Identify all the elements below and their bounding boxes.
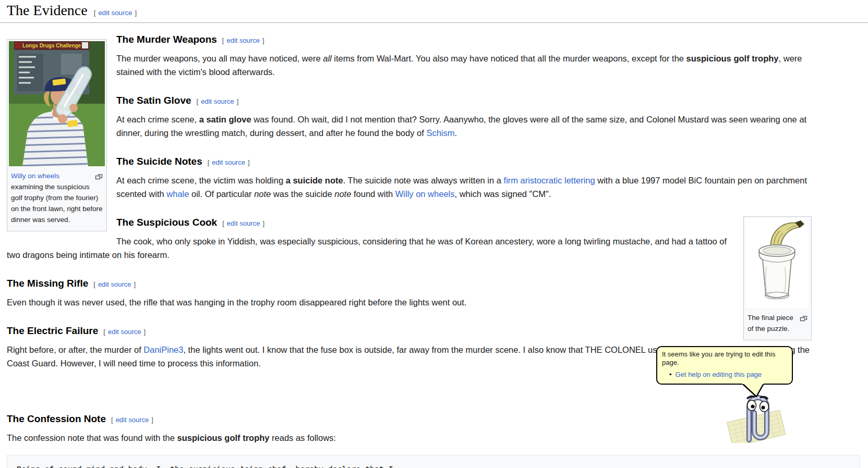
heading-text: The Murder Weapons bbox=[116, 34, 217, 45]
paragraph-confession-note: The confession note that was found with … bbox=[7, 431, 812, 445]
thumbnail-caption: The final piece of the puzzle. bbox=[745, 308, 810, 338]
text: The murder weapons, you all may have not… bbox=[116, 54, 323, 63]
bracket-close: ] bbox=[151, 416, 153, 424]
edit-section: [edit source] bbox=[103, 328, 146, 336]
speech-bubble-tail bbox=[741, 383, 766, 398]
heading-text: The Satin Glove bbox=[116, 95, 191, 106]
bracket-open: [ bbox=[111, 416, 113, 424]
text: reads as follows: bbox=[269, 433, 335, 442]
text: Even though it was never used, the rifle… bbox=[7, 298, 466, 307]
bracket-open: [ bbox=[208, 158, 210, 166]
bracket-close: ] bbox=[134, 280, 136, 288]
bullet: • bbox=[669, 371, 672, 378]
text: Right before, or after, the murder of bbox=[7, 345, 143, 354]
thumbnail-banana-cup: The final piece of the puzzle. bbox=[743, 216, 812, 340]
heading-text: The Suspicious Cook bbox=[116, 217, 217, 228]
section-heading-satin-glove: The Satin Glove[edit source] bbox=[7, 95, 812, 107]
text: , which was signed "CM". bbox=[455, 189, 551, 199]
link-danipine3[interactable]: DaniPine3 bbox=[143, 345, 183, 354]
edit-section: [edit source] bbox=[208, 158, 250, 166]
text-italic: all bbox=[323, 54, 332, 63]
get-help-link[interactable]: Get help on editing this page bbox=[676, 371, 762, 378]
link-willy-on-wheels[interactable]: Willy on wheels bbox=[395, 189, 455, 199]
paragraph-missing-rifle: Even though it was never used, the rifle… bbox=[7, 295, 812, 309]
expand-icon[interactable] bbox=[800, 314, 807, 325]
edit-source-link[interactable]: edit source bbox=[212, 158, 245, 166]
edit-source-link[interactable]: edit source bbox=[227, 219, 260, 227]
paragraph-murder-weapons: The murder weapons, you all may have not… bbox=[7, 52, 812, 79]
expand-icon[interactable] bbox=[95, 172, 103, 183]
bracket-close: ] bbox=[135, 9, 137, 17]
thumbnail-frame: Longs Drugs Challenge bbox=[7, 39, 107, 231]
heading-text: The Missing Rifle bbox=[7, 278, 88, 289]
text: The cook, who only spoke in Yiddish, was… bbox=[7, 237, 727, 260]
edit-source-link[interactable]: edit source bbox=[201, 97, 234, 105]
section-heading-murder-weapons: The Murder Weapons[edit source] bbox=[7, 34, 812, 46]
edit-source-link[interactable]: edit source bbox=[98, 9, 132, 17]
text: At each crime scene, bbox=[116, 115, 199, 124]
scoreboard-text: Longs Drugs Challenge bbox=[22, 43, 81, 48]
heading-text: The Electric Failure bbox=[7, 325, 98, 336]
section-heading-electric-failure: The Electric Failure[edit source] bbox=[7, 325, 812, 338]
bracket-open: [ bbox=[94, 9, 96, 17]
confession-note-pre: Being of sound mind and body, I, the sus… bbox=[7, 455, 860, 468]
bubble-list-item: •Get help on editing this page bbox=[662, 371, 787, 379]
edit-section: [edit source] bbox=[111, 416, 153, 424]
bracket-open: [ bbox=[222, 36, 224, 44]
bracket-open: [ bbox=[93, 280, 95, 288]
golfer-photo[interactable]: Longs Drugs Challenge bbox=[9, 41, 105, 166]
bracket-close: ] bbox=[262, 219, 264, 227]
text: was the suicide bbox=[271, 189, 334, 199]
link-whale[interactable]: whale bbox=[166, 189, 189, 199]
edit-section: [edit source] bbox=[222, 219, 264, 227]
page-title: The Evidence bbox=[7, 2, 88, 18]
page-title-text: The Evidence bbox=[7, 2, 88, 18]
thumbnail-caption: Willy on wheels examining the suspicious… bbox=[9, 166, 105, 229]
edit-source-link[interactable]: edit source bbox=[98, 280, 131, 288]
wiki-article-page: The Evidence[edit source] Longs Drugs Ch… bbox=[0, 0, 868, 468]
edit-section: [edit source] bbox=[94, 9, 137, 17]
bracket-close: ] bbox=[248, 158, 250, 166]
section-heading-confession-note: The Confession Note[edit source] bbox=[7, 413, 812, 426]
bracket-open: [ bbox=[197, 97, 199, 105]
clippy-speech-bubble: It seems like you are trying to edit thi… bbox=[656, 346, 793, 385]
text: . bbox=[454, 128, 457, 138]
caption-text: examining the suspicious golf trophy (fr… bbox=[11, 183, 103, 224]
text-bold: a satin glove bbox=[199, 115, 251, 124]
text: found with bbox=[351, 189, 395, 199]
text-bold: suspicious golf trophy bbox=[177, 433, 270, 442]
heading-text: The Confession Note bbox=[7, 413, 106, 424]
caption-link-willy-on-wheels[interactable]: Willy on wheels bbox=[11, 172, 59, 180]
thumbnail-frame: The final piece of the puzzle. bbox=[743, 216, 812, 340]
caption-text: The final piece of the puzzle. bbox=[748, 314, 793, 332]
section-heading-suspicious-cook: The Suspicious Cook[edit source] bbox=[7, 217, 812, 229]
bracket-close: ] bbox=[144, 328, 146, 336]
bubble-text: It seems like you are trying to edit thi… bbox=[662, 350, 787, 367]
bracket-open: [ bbox=[103, 328, 105, 336]
paragraph-suspicious-cook: The cook, who only spoke in Yiddish, was… bbox=[7, 235, 812, 262]
section-heading-missing-rifle: The Missing Rifle[edit source] bbox=[7, 278, 812, 290]
text: items from Wal-Mart. You also may have n… bbox=[332, 54, 686, 63]
edit-source-link[interactable]: edit source bbox=[108, 328, 141, 336]
edit-source-link[interactable]: edit source bbox=[116, 416, 149, 424]
text: The confession note that was found with … bbox=[7, 433, 177, 442]
bracket-close: ] bbox=[262, 36, 264, 44]
thumbnail-golfer: Longs Drugs Challenge bbox=[7, 39, 107, 231]
text-bold: a suicide note bbox=[286, 176, 343, 185]
banana-cup-drawing[interactable] bbox=[745, 218, 809, 308]
text-bold: suspicious golf trophy bbox=[686, 54, 779, 63]
edit-source-link[interactable]: edit source bbox=[226, 36, 260, 44]
heading-text: The Suicide Notes bbox=[116, 156, 202, 167]
bracket-open: [ bbox=[222, 219, 224, 227]
link-schism[interactable]: Schism bbox=[426, 128, 454, 138]
edit-section: [edit source] bbox=[197, 97, 239, 105]
text: At each crime scene, the victim was hold… bbox=[116, 176, 286, 185]
page-title-block: The Evidence[edit source] bbox=[0, 0, 868, 23]
text: . The suicide note was always written in… bbox=[343, 176, 504, 185]
link-firm-aristocratic-lettering[interactable]: firm aristocratic lettering bbox=[504, 176, 595, 185]
text: oil. Of particular bbox=[189, 189, 254, 199]
paragraph-satin-glove: At each crime scene, a satin glove was f… bbox=[7, 113, 812, 140]
text-italic: note bbox=[254, 189, 271, 199]
edit-section: [edit source] bbox=[222, 36, 264, 44]
edit-section: [edit source] bbox=[93, 280, 136, 288]
